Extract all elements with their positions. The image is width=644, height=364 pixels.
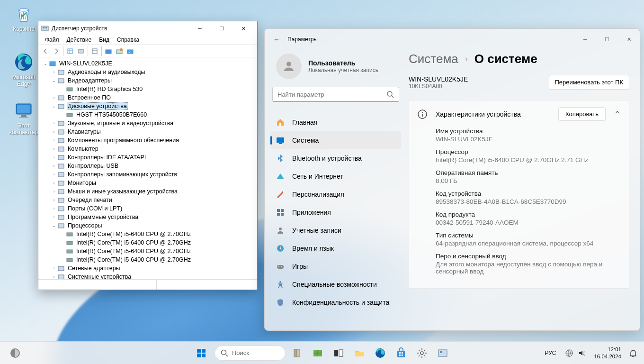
menu-help[interactable]: Справка	[113, 36, 143, 45]
taskbar-app[interactable]	[287, 344, 306, 363]
close-button[interactable]: ✕	[618, 32, 640, 47]
toolbar-btn[interactable]	[65, 46, 75, 56]
search-input[interactable]	[277, 91, 387, 98]
chevron-up-icon[interactable]: ⌃	[614, 109, 620, 118]
titlebar[interactable]: Диспетчер устройств ─ ☐ ✕	[38, 21, 257, 36]
tree-item[interactable]: ›Компьютер	[38, 145, 257, 153]
toolbar-btn[interactable]	[114, 46, 125, 56]
svg-rect-64	[202, 354, 206, 357]
desktop-icon-this-pc[interactable]: Этот компьютер	[6, 100, 42, 136]
tree-item[interactable]: ›Порты (COM и LPT)	[38, 204, 257, 213]
gaming-icon	[276, 262, 285, 271]
toolbar-btn[interactable]	[76, 46, 86, 56]
widgets-button[interactable]	[6, 344, 25, 363]
maximize-button[interactable]: ☐	[211, 21, 233, 36]
tree-item[interactable]: ›Звуковые, игровые и видеоустройства	[38, 119, 257, 127]
close-button[interactable]: ✕	[233, 21, 254, 36]
svg-rect-74	[402, 352, 403, 354]
notifications-button[interactable]	[626, 344, 640, 363]
tree-item[interactable]: ›Очереди печати	[38, 196, 257, 204]
devmgr-taskbar-button[interactable]	[433, 344, 452, 363]
nav-item-time[interactable]: Время и язык	[270, 239, 401, 257]
network-icon	[276, 172, 285, 181]
menu-action[interactable]: Действие	[63, 36, 96, 45]
tree-item[interactable]: Intel(R) Core(TM) i5-6400 CPU @ 2.70GHz	[38, 255, 257, 264]
tree-item[interactable]: ›Контроллеры IDE ATA/ATAPI	[38, 153, 257, 162]
start-button[interactable]	[192, 344, 211, 363]
clock[interactable]: 12:01 16.04.2024	[591, 346, 624, 360]
tree-item[interactable]: ›Мыши и иные указывающие устройства	[38, 187, 257, 196]
tree-item[interactable]: Intel(R) Core(TM) i5-6400 CPU @ 2.70GHz	[38, 247, 257, 255]
titlebar[interactable]: ← Параметры ─ ☐ ✕	[265, 29, 640, 50]
tree-item[interactable]: Intel(R) HD Graphics 530	[38, 85, 257, 93]
menu-file[interactable]: Файл	[41, 36, 63, 45]
maximize-button[interactable]: ☐	[596, 32, 618, 47]
tree-item[interactable]: ›Клавиатуры	[38, 127, 257, 136]
tree-item[interactable]: ›Контроллеры USB	[38, 162, 257, 170]
svg-rect-39	[67, 258, 72, 262]
tree-item[interactable]: ›Системные устройства	[38, 273, 257, 279]
minimize-button[interactable]: ─	[574, 32, 596, 47]
nav-item-privacy[interactable]: Конфиденциальность и защита	[270, 293, 401, 311]
spec-value: Intel(R) Core(TM) i5-6400 CPU @ 2.70GHz …	[436, 156, 620, 164]
nav-item-personalize[interactable]: Персонализация	[270, 185, 401, 203]
svg-rect-40	[58, 266, 64, 271]
edge-button[interactable]	[371, 344, 390, 363]
system-tray[interactable]	[562, 344, 589, 363]
taskbar-app[interactable]	[308, 344, 327, 363]
card-header[interactable]: Характеристики устройства Копировать ⌃	[409, 100, 629, 127]
user-block[interactable]: Пользователь Локальная учетная запись	[270, 50, 401, 87]
toolbar-btn[interactable]	[125, 46, 135, 56]
spec-value: 8,00 ГБ	[436, 177, 620, 184]
tree-item[interactable]: HGST HTS545050B7E660	[38, 110, 257, 119]
toolbar-btn[interactable]	[89, 46, 100, 56]
store-button[interactable]	[392, 344, 411, 363]
tree-item[interactable]: Intel(R) Core(TM) i5-6400 CPU @ 2.70GHz	[38, 238, 257, 247]
desktop-icon-edge[interactable]: Microsoft Edge	[6, 52, 42, 88]
svg-rect-70	[339, 350, 343, 356]
tree-item[interactable]: ›Контроллеры запоминающих устройств	[38, 170, 257, 179]
back-button[interactable]	[40, 46, 51, 56]
svg-rect-10	[79, 49, 83, 53]
nav-item-home[interactable]: Главная	[270, 113, 401, 131]
tree-item[interactable]: ›Сетевые адаптеры	[38, 264, 257, 273]
tree-item[interactable]: ⌄Процессоры	[38, 221, 257, 230]
tree-item[interactable]: ⌄Видеоадаптеры	[38, 76, 257, 85]
tree-item[interactable]: ›Аудиовходы и аудиовыходы	[38, 68, 257, 76]
language-indicator[interactable]: РУС	[541, 344, 560, 363]
toolbar-btn[interactable]	[103, 46, 114, 56]
task-view-button[interactable]	[329, 344, 348, 363]
menu-view[interactable]: Вид	[95, 36, 113, 45]
nav-item-bluetooth[interactable]: Bluetooth и устройства	[270, 149, 401, 167]
back-button[interactable]: ←	[273, 36, 287, 43]
tree-item[interactable]: Intel(R) Core(TM) i5-6400 CPU @ 2.70GHz	[38, 230, 257, 238]
nav-item-accessibility[interactable]: Специальные возможности	[270, 275, 401, 293]
tree-item[interactable]: ⌄Дисковые устройства	[38, 102, 257, 110]
tree-item[interactable]: ›Программные устройства	[38, 213, 257, 221]
rename-pc-button[interactable]: Переименовать этот ПК	[549, 75, 630, 90]
svg-point-77	[420, 352, 423, 355]
desktop-icon-recycle-bin[interactable]: Корзина	[6, 4, 42, 32]
device-name: WIN-SLUVL02K5JE	[409, 75, 468, 83]
copy-button[interactable]: Копировать	[558, 107, 606, 121]
device-tree[interactable]: ⌄WIN-SLUVL02K5JE›Аудиовходы и аудиовыход…	[38, 57, 257, 279]
nav-item-network[interactable]: Сеть и Интернет	[270, 167, 401, 185]
tree-root[interactable]: ⌄WIN-SLUVL02K5JE	[38, 59, 257, 68]
tree-item[interactable]: ›Компоненты программного обеспечения	[38, 136, 257, 145]
tree-item[interactable]: ›Встроенное ПО	[38, 93, 257, 102]
spec-key: Имя устройства	[436, 127, 620, 135]
nav-item-apps[interactable]: Приложения	[270, 203, 401, 221]
nav-item-system[interactable]: Система	[270, 131, 401, 149]
search-box[interactable]	[272, 87, 399, 102]
nav-item-gaming[interactable]: Игры	[270, 257, 401, 275]
taskbar-search[interactable]: Поиск	[215, 346, 286, 361]
forward-button[interactable]	[51, 46, 62, 56]
nav-item-accounts[interactable]: Учетные записи	[270, 221, 401, 239]
spec-value: 64-разрядная операционная система, проце…	[436, 240, 620, 247]
tree-item[interactable]: ›Мониторы	[38, 179, 257, 187]
svg-rect-63	[197, 354, 201, 357]
breadcrumb-parent[interactable]: Система	[409, 52, 458, 66]
file-explorer-button[interactable]	[350, 344, 369, 363]
minimize-button[interactable]: ─	[189, 21, 211, 36]
settings-button[interactable]	[412, 344, 431, 363]
